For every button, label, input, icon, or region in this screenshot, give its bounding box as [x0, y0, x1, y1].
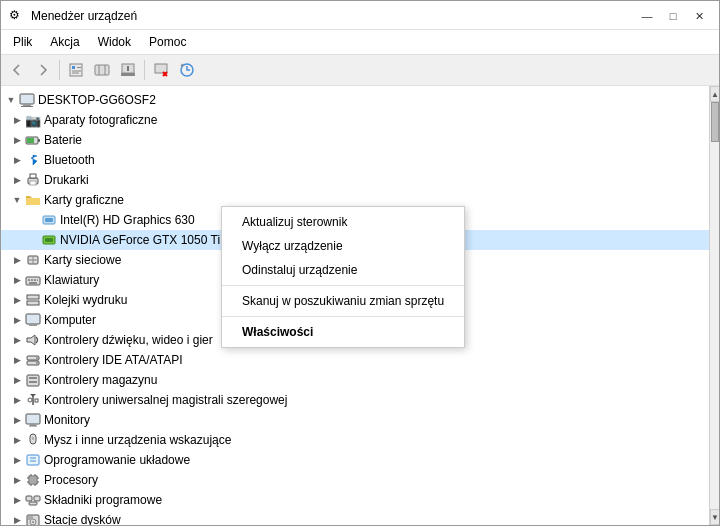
main-area: ▼ DESKTOP-GG6OSF2 ▶ 📷 Aparaty fotografic… [1, 86, 719, 525]
list-item[interactable]: ▶ Stacje dysków [1, 510, 709, 525]
expand-btn[interactable]: ▶ [9, 132, 25, 148]
list-item[interactable]: ▶ Składniki programowe [1, 490, 709, 510]
close-button[interactable]: ✕ [687, 7, 711, 25]
toolbar-back[interactable] [5, 58, 29, 82]
expand-btn[interactable]: ▶ [9, 452, 25, 468]
menu-plik[interactable]: Plik [5, 32, 40, 52]
item-label: Komputer [44, 313, 96, 327]
expand-btn[interactable]: ▶ [9, 472, 25, 488]
ctx-uninstall-device[interactable]: Odinstaluj urządzenie [222, 258, 464, 282]
svg-rect-0 [70, 64, 82, 76]
expand-btn[interactable]: ▶ [9, 332, 25, 348]
list-item[interactable]: ▶ Oprogramowanie układowe [1, 450, 709, 470]
list-item[interactable]: ▶ Monitory [1, 410, 709, 430]
expand-btn[interactable]: ▶ [9, 292, 25, 308]
expand-root[interactable]: ▼ [3, 92, 19, 108]
expand-btn[interactable]: ▶ [9, 372, 25, 388]
ctx-separator-2 [222, 316, 464, 317]
svg-rect-77 [28, 516, 33, 520]
ctx-properties[interactable]: Właściwości [222, 320, 464, 344]
maximize-button[interactable]: □ [661, 7, 685, 25]
expand-btn[interactable]: ▶ [9, 252, 25, 268]
ctx-scan-hardware[interactable]: Skanuj w poszukiwaniu zmian sprzętu [222, 289, 464, 313]
expand-btn[interactable]: ▶ [9, 432, 25, 448]
item-label: Baterie [44, 133, 82, 147]
toolbar-scan[interactable] [175, 58, 199, 82]
window-icon: ⚙ [9, 8, 25, 24]
sound-icon [25, 332, 41, 348]
printer-icon [25, 172, 41, 188]
camera-icon: 📷 [25, 112, 41, 128]
item-label: Kolejki wydruku [44, 293, 127, 307]
gpu-icon [41, 212, 57, 228]
menu-widok[interactable]: Widok [90, 32, 139, 52]
svg-rect-17 [21, 106, 33, 107]
list-item[interactable]: ▶ Kontrolery IDE ATA/ATAPI [1, 350, 709, 370]
list-item[interactable]: ▶ Mysz i inne urządzenia wskazujące [1, 430, 709, 450]
battery-icon [25, 132, 41, 148]
window-controls: — □ ✕ [635, 7, 711, 25]
expand-btn[interactable]: ▶ [9, 272, 25, 288]
bluetooth-icon [25, 152, 41, 168]
ctx-update-driver[interactable]: Aktualizuj sterownik [222, 210, 464, 234]
scroll-down-btn[interactable]: ▼ [710, 509, 719, 525]
item-label: Klawiatury [44, 273, 99, 287]
expand-btn[interactable]: ▼ [9, 192, 25, 208]
svg-rect-39 [26, 314, 40, 324]
mouse-icon [25, 432, 41, 448]
queue-icon [25, 292, 41, 308]
expand-btn[interactable]: ▶ [9, 512, 25, 525]
svg-rect-9 [121, 73, 135, 76]
item-label: Stacje dysków [44, 513, 121, 525]
scroll-up-btn[interactable]: ▲ [710, 86, 719, 102]
menu-akcja[interactable]: Akcja [42, 32, 87, 52]
toolbar-remove[interactable] [149, 58, 173, 82]
ctx-disable-device[interactable]: Wyłącz urządzenie [222, 234, 464, 258]
list-item[interactable]: ▶ Baterie [1, 130, 709, 150]
toolbar-properties[interactable] [64, 58, 88, 82]
svg-rect-62 [30, 477, 36, 483]
svg-rect-22 [30, 174, 36, 178]
expand-btn[interactable]: ▶ [9, 172, 25, 188]
expand-btn[interactable]: ▶ [9, 352, 25, 368]
expand-btn[interactable]: ▶ [9, 152, 25, 168]
expand-btn[interactable]: ▶ [9, 412, 25, 428]
expand-btn[interactable]: ▶ [9, 112, 25, 128]
item-label: Intel(R) HD Graphics 630 [60, 213, 195, 227]
svg-rect-11 [155, 64, 167, 73]
list-item[interactable]: ▶ Bluetooth [1, 150, 709, 170]
expand-btn[interactable]: ▶ [9, 392, 25, 408]
toolbar-forward[interactable] [31, 58, 55, 82]
tree-root[interactable]: ▼ DESKTOP-GG6OSF2 [1, 90, 709, 110]
toolbar-update[interactable] [116, 58, 140, 82]
cpu-icon [25, 472, 41, 488]
list-item[interactable]: ▶ Kontrolery uniwersalnej magistrali sze… [1, 390, 709, 410]
firmware-icon [25, 452, 41, 468]
gpu-icon [41, 232, 57, 248]
item-label: Kontrolery IDE ATA/ATAPI [44, 353, 183, 367]
svg-rect-40 [29, 324, 37, 326]
components-icon [25, 492, 41, 508]
list-item[interactable]: ▶ Drukarki [1, 170, 709, 190]
scroll-thumb[interactable] [711, 102, 719, 142]
list-item[interactable]: ▶ Procesory [1, 470, 709, 490]
scroll-track[interactable] [710, 102, 719, 509]
list-item[interactable]: ▶ Kontrolery magazynu [1, 370, 709, 390]
expand-btn[interactable]: ▶ [9, 492, 25, 508]
scrollbar-vertical[interactable]: ▲ ▼ [709, 86, 719, 525]
device-tree[interactable]: ▼ DESKTOP-GG6OSF2 ▶ 📷 Aparaty fotografic… [1, 86, 709, 525]
title-bar: ⚙ Menedżer urządzeń — □ ✕ [1, 1, 719, 30]
menu-bar: Plik Akcja Widok Pomoc [1, 30, 719, 55]
svg-rect-23 [30, 181, 36, 185]
svg-rect-36 [29, 282, 37, 284]
minimize-button[interactable]: — [635, 7, 659, 25]
list-item[interactable]: ▶ 📷 Aparaty fotograficzne [1, 110, 709, 130]
item-label: Kontrolery dźwięku, wideo i gier [44, 333, 213, 347]
svg-rect-32 [28, 279, 30, 281]
toolbar-show-hidden[interactable] [90, 58, 114, 82]
svg-rect-47 [29, 377, 37, 379]
root-label: DESKTOP-GG6OSF2 [38, 93, 156, 107]
keyboard-icon [25, 272, 41, 288]
menu-pomoc[interactable]: Pomoc [141, 32, 194, 52]
expand-btn[interactable]: ▶ [9, 312, 25, 328]
